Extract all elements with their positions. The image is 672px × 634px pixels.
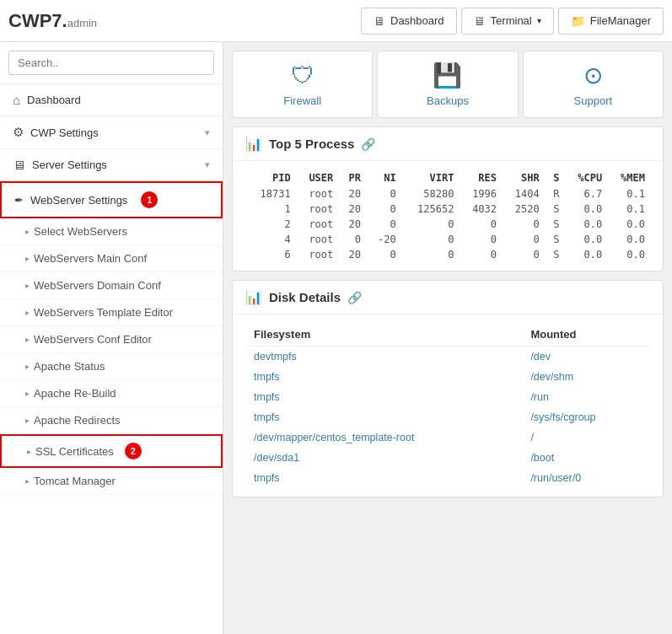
process-table-header: PID USER PR NI VIRT RES SHR S %CPU %MEM <box>245 169 650 186</box>
quick-link-firewall[interactable]: 🛡 Firewall <box>232 51 373 118</box>
table-cell: 0 <box>502 232 545 247</box>
filemanager-button[interactable]: 📁 FileManager <box>558 8 664 35</box>
table-cell: 0 <box>502 217 545 232</box>
sidebar-item-webservers-domain-conf[interactable]: WebServers Domain Conf <box>0 272 223 299</box>
sidebar-item-dashboard[interactable]: ⌂ Dashboard <box>0 84 223 116</box>
sidebar-item-label: SSL Certificates <box>35 445 114 458</box>
sidebar: ⌂ Dashboard ⚙ CWP Settings 🖥 Server Sett… <box>0 42 223 634</box>
table-cell: 20 <box>338 247 366 262</box>
filesystem-cell: devtmpfs <box>245 347 522 368</box>
quick-link-support[interactable]: ⊙ Support <box>523 51 664 118</box>
table-cell: 6 <box>245 247 296 262</box>
sidebar-item-cwp-settings[interactable]: ⚙ CWP Settings <box>0 116 223 149</box>
table-cell: root <box>296 201 339 217</box>
col-cpu: %CPU <box>565 169 608 186</box>
logo-brand: CWP7. <box>8 10 67 31</box>
sidebar-item-label: WebServers Conf Editor <box>34 333 152 346</box>
col-filesystem: Filesystem <box>245 323 522 347</box>
sidebar-item-apache-status[interactable]: Apache Status <box>0 353 223 380</box>
table-cell: 0 <box>366 201 401 217</box>
col-mem: %MEM <box>607 169 650 186</box>
table-cell: root <box>296 232 339 247</box>
table-cell: S <box>545 217 565 232</box>
search-input[interactable] <box>8 51 214 75</box>
logo-suffix: admin <box>67 17 97 30</box>
sidebar-item-tomcat-manager[interactable]: Tomcat Manager <box>0 468 223 495</box>
table-cell: 1996 <box>459 186 502 201</box>
table-cell: 0.0 <box>565 217 608 232</box>
sidebar-item-server-settings[interactable]: 🖥 Server Settings <box>0 149 223 181</box>
support-label: Support <box>574 94 613 107</box>
sidebar-item-apache-redirects[interactable]: Apache Redirects <box>0 407 223 434</box>
terminal-button[interactable]: 🖥 Terminal ▾ <box>461 8 554 35</box>
sidebar-item-webservers-conf-editor[interactable]: WebServers Conf Editor <box>0 326 223 353</box>
main-content: 🛡 Firewall 💾 Backups ⊙ Support 📊 Top 5 P… <box>223 42 672 634</box>
mounted-cell: /run <box>522 387 650 407</box>
sidebar-item-label: WebServer Settings <box>30 194 127 207</box>
disk-panel-header: 📊 Disk Details 🔗 <box>233 281 663 314</box>
col-res: RES <box>459 169 502 186</box>
table-row: 6root200000S0.00.0 <box>245 247 650 262</box>
table-cell: root <box>296 217 339 232</box>
table-cell: 2520 <box>502 201 545 217</box>
disk-chart-icon: 📊 <box>245 289 262 305</box>
table-cell: 0 <box>338 232 366 247</box>
sidebar-item-label: Dashboard <box>27 94 81 106</box>
mounted-cell: /run/user/0 <box>522 468 650 488</box>
filesystem-cell: /dev/sda1 <box>245 448 522 468</box>
col-mounted: Mounted <box>522 323 650 347</box>
table-cell: 58280 <box>401 186 460 201</box>
monitor-icon: 🖥 <box>374 14 385 28</box>
disk-link-icon[interactable]: 🔗 <box>347 291 362 304</box>
dashboard-button[interactable]: 🖥 Dashboard <box>361 8 457 35</box>
shield-icon: 🛡 <box>291 62 314 89</box>
sidebar-item-webservers-main-conf[interactable]: WebServers Main Conf <box>0 245 223 272</box>
col-s: S <box>545 169 565 186</box>
sidebar-item-label: Apache Redirects <box>34 414 121 427</box>
table-cell: 0 <box>502 247 545 262</box>
quick-link-backups[interactable]: 💾 Backups <box>377 51 518 118</box>
sidebar-item-label: WebServers Template Editor <box>34 306 173 319</box>
list-item: tmpfs/sys/fs/cgroup <box>245 407 650 427</box>
table-cell: 18731 <box>245 186 296 201</box>
terminal-arrow-icon: ▾ <box>537 16 541 25</box>
sidebar-item-ssl-certificates[interactable]: SSL Certificates 2 <box>0 434 223 468</box>
sidebar-item-label: Apache Re-Build <box>34 387 116 400</box>
table-cell: 20 <box>338 201 366 217</box>
disk-title: Disk Details <box>269 290 341 304</box>
table-cell: root <box>296 247 339 262</box>
mounted-cell: / <box>522 427 650 448</box>
table-cell: 0.1 <box>607 201 650 217</box>
search-box[interactable] <box>0 42 223 84</box>
home-icon: ⌂ <box>13 93 20 107</box>
table-cell: R <box>545 186 565 201</box>
table-cell: 0 <box>401 247 460 262</box>
table-cell: 4032 <box>459 201 502 217</box>
backups-label: Backups <box>427 94 469 107</box>
list-item: tmpfs/run <box>245 387 650 407</box>
sidebar-item-select-webservers[interactable]: Select WebServers <box>0 218 223 245</box>
sidebar-item-label: WebServers Main Conf <box>34 252 147 265</box>
list-item: /dev/mapper/centos_template-root/ <box>245 427 650 448</box>
table-cell: 20 <box>338 186 366 201</box>
sidebar-item-webserver-settings[interactable]: ✒ WebServer Settings 1 <box>0 181 223 218</box>
sidebar-item-label: Select WebServers <box>34 225 127 238</box>
sidebar-item-apache-rebuild[interactable]: Apache Re-Build <box>0 380 223 407</box>
top5-process-panel: 📊 Top 5 Process 🔗 PID USER PR NI VIRT RE… <box>232 126 664 271</box>
support-icon: ⊙ <box>583 62 603 89</box>
sidebar-item-label: Apache Status <box>34 360 105 373</box>
table-cell: 0 <box>366 217 401 232</box>
col-shr: SHR <box>502 169 545 186</box>
filesystem-cell: /dev/mapper/centos_template-root <box>245 427 522 448</box>
table-cell: 1 <box>245 201 296 217</box>
col-virt: VIRT <box>401 169 460 186</box>
table-cell: 0 <box>459 247 502 262</box>
list-item: tmpfs/dev/shm <box>245 367 650 387</box>
sidebar-item-webservers-template-editor[interactable]: WebServers Template Editor <box>0 299 223 326</box>
table-cell: 0 <box>459 232 502 247</box>
link-icon[interactable]: 🔗 <box>361 137 375 151</box>
terminal-label: Terminal <box>491 14 532 27</box>
main-layout: ⌂ Dashboard ⚙ CWP Settings 🖥 Server Sett… <box>0 42 672 634</box>
dashboard-label: Dashboard <box>390 14 444 27</box>
topbar: CWP7.admin 🖥 Dashboard 🖥 Terminal ▾ 📁 Fi… <box>0 0 672 42</box>
